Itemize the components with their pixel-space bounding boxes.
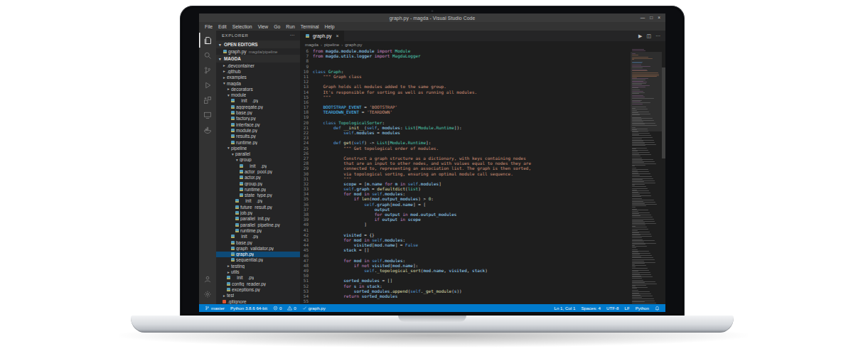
activity-docker-icon[interactable] [199, 122, 216, 137]
status-eol[interactable]: LF [622, 304, 633, 312]
tree-file-actor-py[interactable]: actor.py [216, 175, 300, 180]
code-line[interactable]: 53 sorted_modules.append(self._get_modul… [300, 289, 631, 293]
status-python-version[interactable]: Python 3.8.6 64-bit [227, 304, 270, 312]
code-line[interactable]: 27 Construct a graph structure as a dict… [300, 156, 631, 161]
activity-search-icon[interactable] [199, 48, 216, 63]
status-notifications[interactable] [652, 304, 663, 312]
code-line[interactable]: 44 visited[mod.name] = False [300, 242, 631, 247]
tree-file-parallel-init-py[interactable]: parallel_init.py [216, 216, 300, 222]
activity-remote-explorer-icon[interactable] [199, 107, 216, 122]
tree-folder-devcontainer[interactable]: ▸.devcontainer [216, 63, 300, 68]
tree-file-runtime-py[interactable]: runtime.py [216, 139, 300, 145]
menu-file[interactable]: File [202, 24, 215, 29]
code-line[interactable]: 15 """ [300, 95, 631, 99]
tree-folder-group[interactable]: ▾group [216, 157, 300, 163]
tree-folder-decorators[interactable]: ▸decorators [216, 86, 300, 92]
tree-file-sequential-py[interactable]: sequential.py [216, 257, 300, 263]
tree-file-init-py[interactable]: __init__.py [216, 234, 300, 239]
code-line[interactable]: 30 via topological sorting, ensuring an … [300, 171, 631, 176]
code-line[interactable]: 17 BOOTSTRAP_EVENT = 'BOOTSTRAP' [300, 104, 631, 109]
code-line[interactable]: 40 ] [300, 222, 631, 227]
activity-run-debug-icon[interactable] [199, 77, 216, 92]
code-line[interactable]: 31 """ [300, 176, 631, 181]
scrollbar-thumb[interactable] [662, 68, 665, 158]
tree-file-actor-pool-py[interactable]: actor_pool.py [216, 168, 300, 174]
editor-action-run-icon[interactable]: ▶ [638, 31, 642, 41]
tree-file-runtime-py[interactable]: runtime.py [216, 227, 300, 233]
code-line[interactable]: 22 self.modules = modules [300, 130, 631, 135]
tree-file-graph-py[interactable]: graph.py [216, 252, 300, 257]
code-line[interactable]: 16 [300, 99, 631, 104]
code-line[interactable]: 41 [300, 227, 631, 232]
breadcrumb-item[interactable]: pipeline [324, 42, 339, 47]
code-line[interactable]: 9 [300, 64, 631, 69]
status-encoding[interactable]: UTF-8 [604, 304, 622, 312]
tree-file-future-result-py[interactable]: future_result.py [216, 204, 300, 210]
code-line[interactable]: 23 [300, 135, 631, 140]
code-line[interactable]: 26 [300, 151, 631, 156]
code-line[interactable]: 42 visited = {} [300, 232, 631, 237]
tree-file-group-py[interactable]: group.py [216, 180, 300, 186]
tree-folder-github[interactable]: ▸.github [216, 68, 300, 74]
activity-explorer-icon[interactable] [199, 33, 216, 48]
more-actions-icon[interactable]: ⋯ [289, 33, 295, 38]
code-line[interactable]: 11 """ Graph class [300, 74, 631, 79]
breadcrumb-item[interactable]: magda [305, 42, 318, 47]
code-line[interactable]: 49 self._topological_sort(mod.name, visi… [300, 268, 631, 273]
window-control-maximize[interactable]: □ [650, 14, 653, 22]
tree-file-aggregate-py[interactable]: aggregate.py [216, 104, 300, 109]
code-line[interactable]: 38 for output in mod.output_modules [300, 212, 631, 217]
window-control-close[interactable]: × [658, 14, 660, 22]
code-line[interactable]: 51 sorted_modules = [] [300, 278, 631, 283]
tree-folder-pipeline[interactable]: ▾pipeline [216, 145, 300, 151]
menu-go[interactable]: Go [271, 24, 283, 29]
code-line[interactable]: 29 connected to, representing an associa… [300, 166, 631, 171]
tree-folder-utils[interactable]: ▸utils [216, 269, 300, 274]
code-line[interactable]: 7from magda.utils.logger import MagdaLog… [300, 53, 631, 58]
menu-view[interactable]: View [255, 24, 272, 29]
menu-help[interactable]: Help [321, 24, 337, 29]
workspace-header[interactable]: ▾ MAGDA [216, 55, 300, 63]
window-control-minimize[interactable]: — [641, 14, 645, 22]
code-line[interactable]: 55 [300, 298, 631, 303]
code-line[interactable]: 18 TEARDOWN_EVENT = 'TEARDOWN' [300, 109, 631, 114]
code-line[interactable]: 13 Graph holds all modules added to the … [300, 84, 631, 89]
code-line[interactable]: 8 [300, 58, 631, 63]
code-line[interactable]: 14 It's responsible for sorting as well … [300, 90, 631, 95]
activity-account-icon[interactable] [199, 271, 216, 286]
code-line[interactable]: 28 that are an input to other nodes, and… [300, 161, 631, 166]
code-line[interactable]: 43 for mod in self.modules: [300, 237, 631, 242]
code-line[interactable]: 54 return sorted_modules [300, 293, 631, 298]
tab-close-icon[interactable]: × [336, 33, 338, 38]
tree-file-state-type-py[interactable]: state_type.py [216, 193, 300, 198]
tree-folder-magda[interactable]: ▾magda [216, 80, 300, 86]
menu-selection[interactable]: Selection [230, 24, 255, 29]
scrollbar[interactable] [662, 48, 665, 304]
code-line[interactable]: 12 [300, 79, 631, 84]
tree-file-init-py[interactable]: __init__.py [216, 163, 300, 168]
code-line[interactable]: 20 class TopologicalSorter: [300, 120, 631, 125]
tree-file-results-py[interactable]: results.py [216, 134, 300, 139]
tree-file-graph-validator-py[interactable]: graph_validator.py [216, 245, 300, 251]
code-line[interactable]: 34 for mod in self.modules: [300, 191, 631, 196]
status-cursor-position[interactable]: Ln 1, Col 1 [552, 304, 579, 312]
activity-settings-icon[interactable] [199, 286, 216, 301]
code-line[interactable]: 25 """ Get topological order of modules. [300, 146, 631, 151]
code-line[interactable]: 36 self.graph[mod.name] = [ [300, 202, 631, 207]
code-line[interactable]: 39 if output in scope [300, 217, 631, 222]
code-line[interactable]: 47 for mod in self.modules: [300, 258, 631, 263]
tree-file-factory-py[interactable]: factory.py [216, 116, 300, 122]
code-line[interactable]: 37 output [300, 207, 631, 212]
open-editors-header[interactable]: ▾ OPEN EDITORS [216, 41, 300, 48]
tree-folder-examples[interactable]: ▸examples [216, 75, 300, 80]
tree-file-job-py[interactable]: job.py [216, 210, 300, 215]
code-line[interactable]: 46 [300, 253, 631, 258]
tree-folder-module[interactable]: ▾module [216, 92, 300, 97]
tree-file-init-py[interactable]: __init__.py [216, 275, 300, 281]
code-line[interactable]: 10class Graph: [300, 69, 631, 74]
code-line[interactable]: 52 for s in stack: [300, 284, 631, 289]
status-warnings[interactable]: 0 [284, 304, 299, 312]
open-editor-item[interactable]: graph.pymagda/pipeline [216, 48, 300, 55]
code-line[interactable]: 19 [300, 114, 631, 119]
tab-graph-py[interactable]: graph.py× [300, 31, 345, 41]
